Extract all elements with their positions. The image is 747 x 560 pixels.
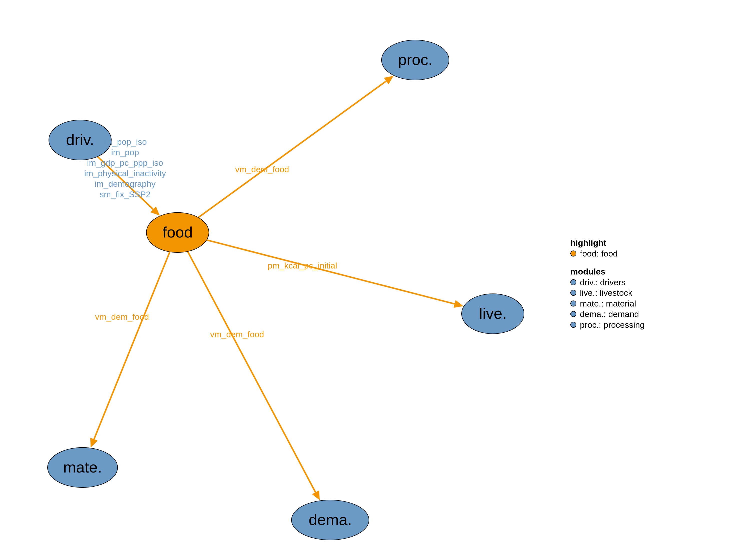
legend-module-text: dema.: demand xyxy=(580,309,639,320)
legend-swatch-icon xyxy=(570,322,576,328)
driver-var-label: im_pop_iso xyxy=(103,137,147,146)
legend-swatch-icon xyxy=(570,250,576,257)
node-label-dema: dema. xyxy=(309,511,352,528)
legend-modules-title: modules xyxy=(570,266,645,277)
edge-label-food-mate: vm_dem_food xyxy=(95,312,149,321)
driver-var-label: im_physical_inactivity xyxy=(84,168,166,178)
edge-food-proc xyxy=(198,81,386,217)
edge-food-mate xyxy=(94,252,170,439)
legend-modules-items: driv.: driverslive.: livestockmate.: mat… xyxy=(570,277,645,330)
driver-var-label: im_pop xyxy=(111,148,139,157)
legend-module-row: mate.: material xyxy=(570,298,645,309)
node-label-proc: proc. xyxy=(398,51,433,68)
legend-module-row: driv.: drivers xyxy=(570,277,645,288)
legend-swatch-icon xyxy=(570,311,576,317)
legend-module-text: driv.: drivers xyxy=(580,277,626,288)
driver-var-label: im_demography xyxy=(95,179,156,188)
node-label-mate: mate. xyxy=(63,458,102,476)
node-label-driv: driv. xyxy=(66,131,94,148)
legend-module-row: live.: livestock xyxy=(570,288,645,298)
legend-highlight-items: food: food xyxy=(570,248,645,259)
node-label-live: live. xyxy=(479,305,507,322)
edge-food-live xyxy=(207,240,455,304)
edge-food-dema xyxy=(188,251,315,492)
edge-label-food-proc: vm_dem_food xyxy=(235,164,289,174)
legend: highlight food: food modules driv.: driv… xyxy=(570,238,645,330)
legend-module-text: mate.: material xyxy=(580,298,636,309)
legend-highlight-text: food: food xyxy=(580,248,618,259)
arrowhead-icon xyxy=(384,76,394,84)
legend-swatch-icon xyxy=(570,290,576,296)
arrowhead-icon xyxy=(454,300,463,308)
edge-label-food-dema: vm_dem_food xyxy=(210,329,264,339)
node-label-food: food xyxy=(163,223,193,241)
legend-highlight-row: food: food xyxy=(570,248,645,259)
edge-label-food-live: pm_kcal_pc_initial xyxy=(268,261,337,270)
nodes-layer: fooddriv.proc.live.mate.dema. xyxy=(48,40,524,540)
driver-var-label: im_gdp_pc_ppp_iso xyxy=(87,158,163,167)
legend-module-text: live.: livestock xyxy=(580,288,633,298)
legend-module-row: dema.: demand xyxy=(570,309,645,320)
legend-swatch-icon xyxy=(570,300,576,306)
legend-highlight-title: highlight xyxy=(570,238,645,248)
legend-module-row: proc.: processing xyxy=(570,320,645,330)
legend-module-text: proc.: processing xyxy=(580,320,645,330)
driver-var-label: sm_fix_SSP2 xyxy=(100,189,151,199)
legend-swatch-icon xyxy=(570,279,576,285)
